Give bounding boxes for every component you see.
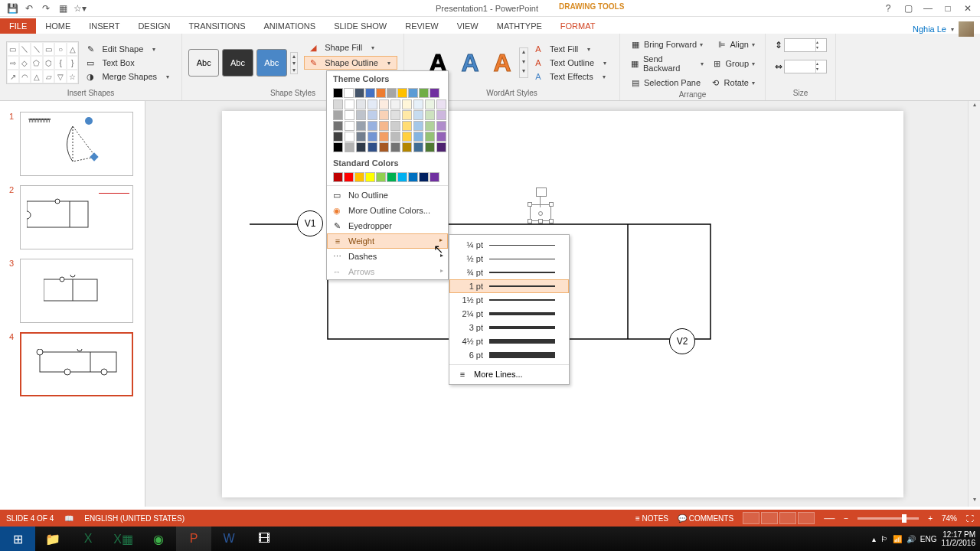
tab-format[interactable]: FORMAT xyxy=(551,18,605,34)
color-swatch[interactable] xyxy=(430,172,439,182)
bring-forward-button[interactable]: ▦Bring Forward▾ xyxy=(626,37,707,52)
color-swatch[interactable] xyxy=(345,142,354,152)
tab-mathtype[interactable]: MathType xyxy=(488,18,551,34)
slide-thumb-2[interactable]: ▬▬▬▬▬▬▬▬▬▬▬▬▬▬▬▬▬▬▬▬▬▬▬▬▬▬▬▬▬▬▬▬▬▬▬▬▬▬▬▬… xyxy=(20,185,133,249)
view-normal-icon[interactable] xyxy=(743,512,760,524)
color-swatch[interactable] xyxy=(356,99,366,109)
minimize-icon[interactable]: — xyxy=(922,2,934,15)
color-swatch[interactable] xyxy=(436,142,446,152)
thumbnail-pane[interactable]: 1 ⫯⫯⫯⫯⫯⫯⫯⫯⫯⫯⫯⫯⫯⫯ 2 ▬▬▬▬▬▬▬▬▬▬▬▬▬▬▬▬▬▬▬▬▬… xyxy=(0,101,145,507)
help-icon[interactable]: ? xyxy=(882,2,894,15)
tab-animations[interactable]: ANIMATIONS xyxy=(255,18,325,34)
explorer-icon[interactable]: 📁 xyxy=(35,527,70,551)
color-swatch[interactable] xyxy=(333,110,343,120)
more-lines-item[interactable]: ≡More Lines... xyxy=(449,367,569,381)
color-swatch[interactable] xyxy=(379,142,389,152)
color-swatch[interactable] xyxy=(354,88,364,98)
color-swatch[interactable] xyxy=(413,110,423,120)
node-v1[interactable]: V1 xyxy=(297,210,323,236)
notes-button[interactable]: ≡ NOTES xyxy=(635,514,668,523)
color-swatch[interactable] xyxy=(333,142,343,152)
close-icon[interactable]: ✕ xyxy=(962,2,974,15)
media-icon[interactable]: 🎞 xyxy=(247,527,282,551)
view-sorter-icon[interactable] xyxy=(761,512,778,524)
shape-style-1[interactable]: Abc xyxy=(188,49,219,77)
vertical-scrollbar[interactable]: ▴ ▾ xyxy=(968,101,980,507)
color-swatch[interactable] xyxy=(413,132,423,142)
color-swatch[interactable] xyxy=(425,142,435,152)
color-swatch[interactable] xyxy=(345,110,354,120)
weight-option[interactable]: ¼ pt xyxy=(449,238,569,252)
color-swatch[interactable] xyxy=(356,121,366,131)
color-swatch[interactable] xyxy=(379,110,389,120)
color-swatch[interactable] xyxy=(333,99,343,109)
tab-insert[interactable]: INSERT xyxy=(80,18,129,34)
group-button[interactable]: ⊞Group▾ xyxy=(707,52,759,75)
zoom-level[interactable]: 74% xyxy=(942,514,957,523)
color-swatch[interactable] xyxy=(419,88,429,98)
tray-network-icon[interactable]: 📶 xyxy=(893,535,902,543)
slide-thumb-1[interactable]: ⫯⫯⫯⫯⫯⫯⫯⫯⫯⫯⫯⫯⫯⫯ xyxy=(20,112,133,176)
wordart-style-3[interactable]: A xyxy=(487,47,518,78)
status-lang[interactable]: ENGLISH (UNITED STATES) xyxy=(84,514,185,523)
color-swatch[interactable] xyxy=(436,110,446,120)
shape-style-3[interactable]: Abc xyxy=(256,49,287,77)
color-swatch[interactable] xyxy=(425,121,435,131)
dashes-item[interactable]: ⋯Dashes▸ xyxy=(327,249,448,264)
color-swatch[interactable] xyxy=(356,142,366,152)
rotate-button[interactable]: ⟲Rotate▾ xyxy=(707,75,759,90)
tray-volume-icon[interactable]: 🔊 xyxy=(906,535,916,543)
color-swatch[interactable] xyxy=(436,132,446,142)
powerpoint-icon[interactable]: P xyxy=(176,527,211,551)
color-swatch[interactable] xyxy=(356,110,366,120)
word-icon[interactable]: W xyxy=(211,527,247,551)
user-name[interactable]: Nghia Le xyxy=(913,24,946,34)
tray-clock[interactable]: 12:17 PM11/2/2016 xyxy=(942,530,976,547)
zoom-slider[interactable] xyxy=(858,517,919,520)
qat-customize-icon[interactable]: ☆▾ xyxy=(74,2,86,15)
color-swatch[interactable] xyxy=(390,99,400,109)
color-swatch[interactable] xyxy=(408,172,418,182)
color-swatch[interactable] xyxy=(345,121,354,131)
weight-option[interactable]: ½ pt xyxy=(449,252,569,266)
more-colors-item[interactable]: ◉More Outline Colors... xyxy=(327,203,448,218)
color-swatch[interactable] xyxy=(333,132,343,142)
color-swatch[interactable] xyxy=(402,110,412,120)
tray-flag-icon[interactable]: 🏳 xyxy=(880,535,888,543)
color-swatch[interactable] xyxy=(379,121,389,131)
browser-icon[interactable]: ◉ xyxy=(141,527,176,551)
weight-option[interactable]: 6 pt xyxy=(449,348,569,362)
color-swatch[interactable] xyxy=(333,88,343,98)
send-backward-button[interactable]: ▦Send Backward▾ xyxy=(626,52,707,75)
undo-icon[interactable]: ↶ xyxy=(23,2,35,15)
color-swatch[interactable] xyxy=(379,99,389,109)
save-icon[interactable]: 💾 xyxy=(6,2,18,15)
view-slideshow-icon[interactable] xyxy=(798,512,815,524)
color-swatch[interactable] xyxy=(413,142,423,152)
color-swatch[interactable] xyxy=(397,172,407,182)
color-swatch[interactable] xyxy=(387,88,397,98)
shape-outline-button[interactable]: ✎Shape Outline▾ xyxy=(304,56,397,70)
view-reading-icon[interactable] xyxy=(779,512,796,524)
no-outline-item[interactable]: ▭No Outline xyxy=(327,187,448,203)
text-effects-button[interactable]: AText Effects▾ xyxy=(530,70,612,83)
slide-thumb-3[interactable] xyxy=(20,259,133,323)
color-swatch[interactable] xyxy=(344,88,354,98)
color-swatch[interactable] xyxy=(397,88,407,98)
spellcheck-icon[interactable]: 📖 xyxy=(64,514,74,523)
color-swatch[interactable] xyxy=(368,142,377,152)
color-swatch[interactable] xyxy=(436,121,446,131)
color-swatch[interactable] xyxy=(365,172,375,182)
color-swatch[interactable] xyxy=(425,99,435,109)
weight-option[interactable]: ¾ pt xyxy=(449,266,569,279)
color-swatch[interactable] xyxy=(390,132,400,142)
color-swatch[interactable] xyxy=(376,88,386,98)
color-swatch[interactable] xyxy=(333,121,343,131)
shape-fill-button[interactable]: ◢Shape Fill▾ xyxy=(304,41,397,54)
tray-lang[interactable]: ENG xyxy=(920,535,937,543)
tab-slideshow[interactable]: SLIDE SHOW xyxy=(325,18,396,34)
color-swatch[interactable] xyxy=(436,99,446,109)
ribbon-options-icon[interactable]: ▢ xyxy=(902,2,914,15)
text-fill-button[interactable]: AText Fill▾ xyxy=(530,43,612,55)
color-swatch[interactable] xyxy=(413,121,423,131)
